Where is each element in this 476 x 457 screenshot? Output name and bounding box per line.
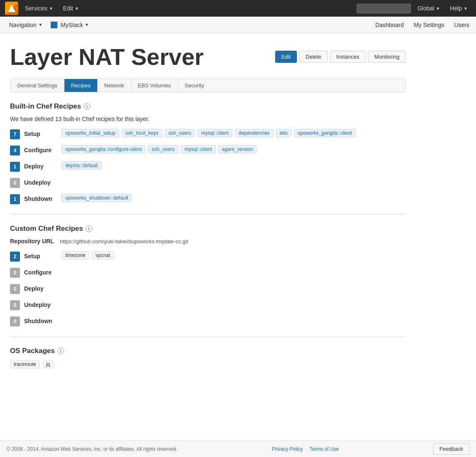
builtin-section-title: Built-in Chef Recipes i xyxy=(10,102,406,111)
main-content: Layer NAT Server Edit Delete Instances M… xyxy=(0,33,416,378)
label-shutdown: Shutdown xyxy=(24,194,57,204)
stack-menu[interactable]: MyStack ▼ xyxy=(48,20,91,30)
edit-caret: ▼ xyxy=(75,6,79,11)
custom-configure-row: 0 Configure xyxy=(10,267,406,278)
stack-label: MyStack xyxy=(61,22,83,28)
global-label: Global xyxy=(417,5,434,12)
tab-network[interactable]: Network xyxy=(98,79,131,92)
repo-url: https://github.com/yuki-takei/dupsworks-… xyxy=(60,238,188,245)
dashboard-link[interactable]: Dashboard xyxy=(375,22,404,28)
section-divider-2 xyxy=(10,336,406,337)
custom-tags-setup: timezone vpcnat xyxy=(62,251,114,259)
label-deploy: Deploy xyxy=(24,161,57,171)
os-packages-info-icon[interactable]: i xyxy=(57,348,64,354)
builtin-title-text: Built-in Chef Recipes xyxy=(10,102,81,111)
custom-setup-row: 2 Setup timezone vpcnat xyxy=(10,251,406,262)
custom-label-setup: Setup xyxy=(24,251,57,261)
custom-shutdown-row: 0 Shutdown xyxy=(10,316,406,326)
os-package-tag: traceroute xyxy=(10,360,40,368)
aws-logo xyxy=(5,2,18,15)
tab-recipes[interactable]: Recipes xyxy=(64,79,98,92)
custom-info-icon[interactable]: i xyxy=(86,225,92,232)
navigation-menu[interactable]: Navigation ▼ xyxy=(7,20,45,30)
services-menu[interactable]: Services ▼ xyxy=(22,3,57,13)
logo-shape xyxy=(8,5,15,12)
tags-deploy: deploy::default xyxy=(62,161,101,170)
custom-label-deploy: Deploy xyxy=(24,284,57,294)
top-bar-left: Services ▼ Edit ▼ xyxy=(5,2,82,15)
global-caret: ▼ xyxy=(436,6,440,11)
badge-undeploy: 0 xyxy=(10,178,20,188)
tag-item: ssh_users xyxy=(148,145,178,153)
secondary-nav-right: Dashboard My Settings Users xyxy=(375,22,469,28)
edit-button[interactable]: Edit xyxy=(275,51,297,63)
tags-shutdown: opsworks_shutdown::default xyxy=(62,194,132,202)
top-bar-right: Global ▼ Help ▼ xyxy=(357,3,471,13)
monitoring-button[interactable]: Monitoring xyxy=(368,51,406,63)
page-title-row: Layer NAT Server Edit Delete Instances M… xyxy=(10,43,406,70)
tag-item: ssh_users xyxy=(165,129,195,137)
custom-badge-shutdown: 0 xyxy=(10,316,20,326)
badge-setup: 7 xyxy=(10,129,20,139)
custom-section-title: Custom Chef Recipes i xyxy=(10,225,406,233)
label-undeploy: Undeploy xyxy=(24,178,57,188)
custom-deploy-row: 0 Deploy xyxy=(10,284,406,294)
help-menu[interactable]: Help ▼ xyxy=(446,3,471,13)
os-packages-title-text: OS Packages xyxy=(10,347,55,355)
tags-setup: opsworks_initial_setup ssh_host_keys ssh… xyxy=(62,129,356,137)
tag-item: opsworks_ganglia::client xyxy=(294,129,356,137)
edit-menu[interactable]: Edit ▼ xyxy=(60,3,82,13)
global-menu[interactable]: Global ▼ xyxy=(414,3,443,13)
tag-item: mysql::client xyxy=(197,129,232,137)
builtin-shutdown-row: 1 Shutdown opsworks_shutdown::default xyxy=(10,194,406,204)
custom-badge-undeploy: 0 xyxy=(10,300,20,310)
tag-item: opsworks_initial_setup xyxy=(62,129,119,137)
repo-row: Repository URL https://github.com/yuki-t… xyxy=(10,238,406,245)
navigation-caret: ▼ xyxy=(38,22,42,27)
page-title: Layer NAT Server xyxy=(10,43,204,70)
tag-item: ssh_host_keys xyxy=(122,129,162,137)
stack-caret: ▼ xyxy=(85,22,89,27)
label-setup: Setup xyxy=(24,129,57,139)
tab-security[interactable]: Security xyxy=(178,79,211,92)
tab-general-settings[interactable]: General Settings xyxy=(10,79,64,92)
services-caret: ▼ xyxy=(49,6,53,11)
instances-button[interactable]: Instances xyxy=(330,51,366,63)
help-caret: ▼ xyxy=(464,6,468,11)
os-package-tag: jq xyxy=(42,360,54,368)
builtin-configure-row: 4 Configure opsworks_ganglia::configure-… xyxy=(10,145,406,156)
custom-undeploy-row: 0 Undeploy xyxy=(10,300,406,310)
tab-ebs-volumes[interactable]: EBS Volumes xyxy=(131,79,178,92)
page-title-actions: Edit Delete Instances Monitoring xyxy=(275,51,406,63)
builtin-info-icon[interactable]: i xyxy=(84,103,90,110)
stack-icon xyxy=(51,22,57,28)
tag-item: timezone xyxy=(62,251,89,259)
tag-item: mysql::client xyxy=(181,145,216,153)
title-prefix: Layer xyxy=(10,44,79,70)
custom-title-text: Custom Chef Recipes xyxy=(10,225,83,233)
label-configure: Configure xyxy=(24,145,57,155)
badge-configure: 4 xyxy=(10,146,20,156)
tag-item: ebs xyxy=(276,129,291,137)
users-link[interactable]: Users xyxy=(454,22,469,28)
tabs-bar: General Settings Recipes Network EBS Vol… xyxy=(10,79,406,92)
os-packages-tags: traceroute jq xyxy=(10,360,406,368)
custom-label-shutdown: Shutdown xyxy=(24,316,57,326)
secondary-nav: Navigation ▼ MyStack ▼ Dashboard My Sett… xyxy=(0,17,476,33)
builtin-setup-row: 7 Setup opsworks_initial_setup ssh_host_… xyxy=(10,129,406,139)
top-bar: Services ▼ Edit ▼ Global ▼ Help ▼ xyxy=(0,0,476,17)
tag-item: opsworks_shutdown::default xyxy=(62,194,132,202)
help-label: Help xyxy=(450,5,462,12)
repo-label: Repository URL xyxy=(10,238,56,245)
title-bold: NAT Server xyxy=(79,44,204,70)
search-input[interactable] xyxy=(357,4,411,13)
my-settings-link[interactable]: My Settings xyxy=(414,22,444,28)
tag-item: vpcnat xyxy=(92,251,114,259)
tag-item: dependencies xyxy=(235,129,274,137)
tag-item: deploy::default xyxy=(62,161,101,170)
custom-badge-deploy: 0 xyxy=(10,284,20,294)
tag-item: agent_version xyxy=(218,145,257,153)
delete-button[interactable]: Delete xyxy=(299,51,328,63)
badge-deploy: 1 xyxy=(10,162,20,172)
os-packages-section-title: OS Packages i xyxy=(10,347,406,355)
